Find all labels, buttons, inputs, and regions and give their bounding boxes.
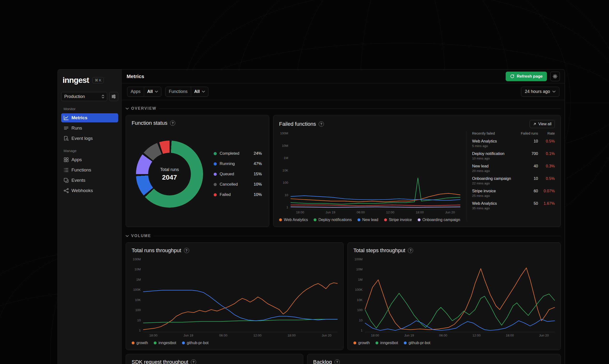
sidebar-item-metrics[interactable]: Metrics — [61, 113, 118, 122]
settings-button[interactable] — [550, 72, 560, 81]
column-header: Recently failed — [472, 131, 519, 135]
select-chevrons-icon — [101, 94, 105, 99]
sidebar-item-webhooks[interactable]: Webhooks — [61, 186, 118, 195]
topbar: Metrics Refresh page — [122, 69, 565, 83]
sidebar-item-runs[interactable]: Runs — [61, 124, 118, 133]
chart-line-icon — [64, 115, 69, 120]
total-steps-throughput-title: Total steps throughput — [353, 247, 405, 254]
command-k-shortcut[interactable]: ⌘ K — [92, 77, 104, 83]
table-row[interactable]: Onboarding campaign22 mins ago 10 0.5% — [472, 176, 555, 185]
overview-section-title: OVERVIEW — [131, 106, 157, 111]
series-stripe-invoice — [291, 205, 460, 206]
x-axis: 18:00 Jun 19 06:00 12:00 18:00 Jun 20 — [143, 332, 338, 338]
status-dot — [214, 193, 217, 196]
help-icon[interactable]: ? — [408, 248, 413, 253]
apps-grid-icon — [64, 157, 69, 162]
help-icon[interactable]: ? — [319, 121, 324, 127]
sidebar-item-functions[interactable]: Functions — [61, 166, 118, 175]
sidebar-item-label: Apps — [71, 157, 82, 162]
series-dot — [384, 218, 387, 221]
sliders-icon — [111, 94, 116, 99]
total-runs-label: Total runs — [160, 167, 179, 172]
status-dot — [214, 152, 217, 155]
function-list-icon — [64, 167, 69, 173]
failed-functions-legend: Web Analytics Deploy notifications New l… — [279, 218, 460, 222]
legend-item-failed: Failed 10% — [214, 192, 262, 197]
legend-item-queued: Queued 15% — [214, 172, 262, 177]
status-dot — [214, 183, 217, 186]
series-github-pr-bot — [365, 319, 555, 330]
document-search-icon — [64, 136, 69, 141]
total-steps-plot — [365, 258, 555, 332]
refresh-icon — [510, 74, 514, 78]
collapse-chevron-icon[interactable] — [126, 107, 129, 110]
legend-item-cancelled: Cancelled 10% — [214, 182, 262, 187]
y-axis: 100M 10M 1M 100K 10K 100 10 1 — [353, 258, 365, 332]
help-icon[interactable]: ? — [184, 248, 189, 253]
sidebar-item-label: Runs — [71, 126, 82, 131]
series-dot — [358, 218, 360, 221]
sidebar-item-label: Metrics — [71, 115, 87, 120]
table-row[interactable]: Web Analytics5 mins ago 10 0.5% — [472, 139, 555, 148]
apps-filter[interactable]: Apps All — [127, 87, 161, 97]
environment-select[interactable]: Production — [61, 92, 107, 101]
y-axis: 100M 10M 1M 100K 10K 100 10 1 — [132, 258, 143, 332]
function-status-legend: Completed 24% Running 47% Queued — [214, 151, 262, 197]
series-dot — [375, 341, 378, 344]
total-steps-throughput-card: Total steps throughput ? 100M 10M 1M 100… — [347, 242, 561, 350]
time-range-value: 24 hours ago — [525, 89, 550, 94]
series-dot — [404, 341, 407, 344]
column-header: Rate — [538, 131, 555, 135]
environment-select-value: Production — [64, 94, 85, 99]
table-row[interactable]: Deploy notification10 mins ago 700 0.1% — [472, 151, 555, 160]
sidebar-item-events[interactable]: Events — [61, 176, 118, 185]
help-icon[interactable]: ? — [191, 359, 196, 364]
chevron-down-icon — [553, 91, 555, 93]
backlog-card: Backlog ? — [307, 354, 561, 364]
refresh-page-button[interactable]: Refresh page — [506, 72, 547, 81]
page-title: Metrics — [127, 74, 144, 79]
functions-filter[interactable]: Functions All — [165, 87, 208, 97]
table-row[interactable]: Web Analytics35 mins ago 50 1.67% — [472, 201, 555, 210]
monitor-section-label: Monitor — [64, 107, 118, 111]
apps-filter-value: All — [147, 89, 153, 94]
total-runs-line-chart — [143, 258, 338, 332]
series-dot — [154, 341, 157, 344]
table-row[interactable]: New lead20 mins ago 40 0.3% — [472, 164, 555, 173]
series-inngestbot — [365, 293, 555, 328]
series-dot — [132, 341, 135, 344]
filter-bar: Apps All Functions All 24 hours ago — [122, 83, 565, 100]
y-axis: 100M 10M 1M 10K 100 10 1 — [279, 131, 291, 209]
series-growth — [365, 268, 555, 330]
series-github-pr-bot — [143, 290, 338, 321]
section-divider-line — [153, 236, 561, 236]
overview-section-header: OVERVIEW — [126, 106, 561, 111]
section-divider-line — [159, 108, 561, 109]
function-status-card: Function status ? Total runs 2047 — [126, 115, 269, 227]
help-icon[interactable]: ? — [334, 359, 340, 364]
series-web-analytics — [291, 193, 460, 202]
vertical-divider — [466, 131, 466, 221]
legend-item-completed: Completed 24% — [214, 151, 262, 156]
app-window: inngest ⌘ K Production Monitor — [57, 69, 565, 364]
series-dot — [279, 218, 282, 221]
webhook-share-icon — [64, 188, 69, 193]
total-runs-plot — [143, 258, 338, 332]
view-all-button[interactable]: View all — [530, 120, 555, 128]
sidebar-item-apps[interactable]: Apps — [61, 155, 118, 164]
table-row[interactable]: Stripe invoice25 mins ago 60 0.07% — [472, 189, 555, 197]
time-range-select[interactable]: 24 hours ago — [521, 87, 559, 97]
gear-icon — [553, 74, 557, 79]
total-runs-throughput-title: Total runs throughput — [132, 247, 181, 254]
sidebar-item-label: Functions — [71, 167, 91, 173]
environment-filter-button[interactable] — [109, 92, 118, 101]
sidebar: inngest ⌘ K Production Monitor — [58, 69, 122, 364]
metrics-content: OVERVIEW Function status ? Total runs 20… — [122, 100, 565, 364]
failed-functions-card: Failed functions ? View all — [273, 115, 561, 227]
collapse-chevron-icon[interactable] — [126, 235, 129, 237]
help-icon[interactable]: ? — [170, 120, 175, 126]
refresh-page-label: Refresh page — [517, 74, 543, 79]
series-onboarding-campaign — [291, 207, 460, 207]
series-dot — [182, 341, 185, 344]
sidebar-item-event-logs[interactable]: Event logs — [61, 134, 118, 143]
